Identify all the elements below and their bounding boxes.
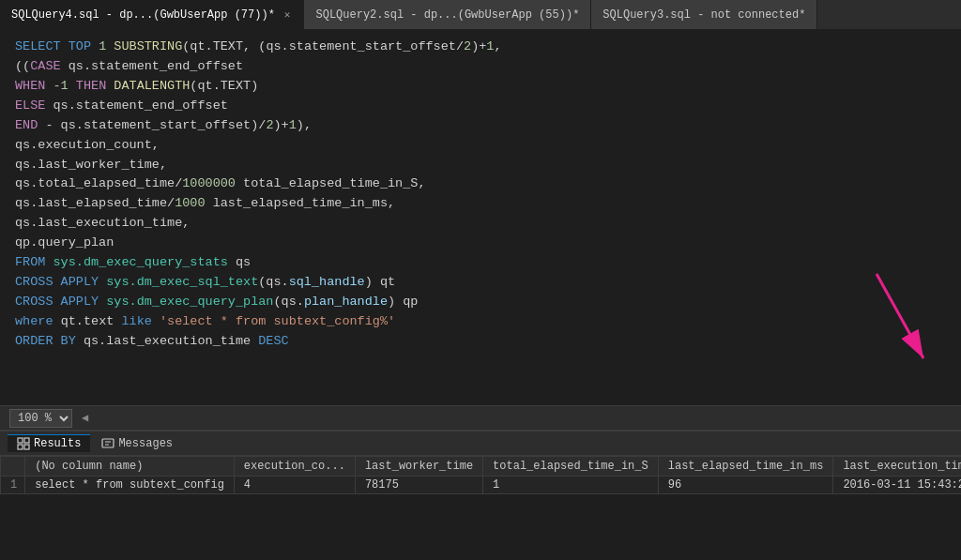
results-tab-label: Results xyxy=(34,437,81,450)
table-row: 1 select * from subtext_config 4 78175 1… xyxy=(1,477,962,494)
col-header-2: execution_co... xyxy=(234,457,355,477)
col-header-4: total_elapsed_time_in_S xyxy=(483,457,659,477)
tab-bar: SQLQuery4.sql - dp...(GwbUserApp (77))* … xyxy=(0,0,961,30)
svg-rect-5 xyxy=(24,445,29,449)
message-icon xyxy=(101,437,114,450)
col-header-1: (No column name) xyxy=(25,457,235,477)
tab-close-icon[interactable]: ✕ xyxy=(282,8,293,21)
svg-rect-3 xyxy=(24,438,29,443)
row-num-header xyxy=(1,457,25,477)
results-grid[interactable]: (No column name) execution_co... last_wo… xyxy=(0,456,961,560)
zoom-select[interactable]: 100 % 75 % 125 % 150 % xyxy=(9,409,72,428)
cell-col2: 4 xyxy=(234,477,355,494)
result-arrow xyxy=(867,265,942,377)
svg-rect-2 xyxy=(18,438,23,443)
cell-col6: 2016-03-11 15:43:20.583 xyxy=(833,477,961,494)
tab-sqlquery3[interactable]: SQLQuery3.sql - not connected* xyxy=(591,0,817,29)
tab-label: SQLQuery3.sql - not connected* xyxy=(603,8,805,22)
svg-rect-6 xyxy=(102,439,114,447)
cell-col3: 78175 xyxy=(355,477,482,494)
col-header-6: last_execution_time xyxy=(833,457,961,477)
tab-messages[interactable]: Messages xyxy=(92,435,182,452)
cell-col5: 96 xyxy=(658,477,833,494)
table-header-row: (No column name) execution_co... last_wo… xyxy=(1,457,962,477)
scroll-left-icon[interactable]: ◀ xyxy=(82,411,88,425)
col-header-3: last_worker_time xyxy=(355,457,482,477)
tab-results[interactable]: Results xyxy=(8,434,90,452)
tab-label: SQLQuery4.sql - dp...(GwbUserApp (77))* xyxy=(11,8,275,22)
tab-sqlquery4[interactable]: SQLQuery4.sql - dp...(GwbUserApp (77))* … xyxy=(0,0,304,29)
results-table: (No column name) execution_co... last_wo… xyxy=(0,456,961,494)
code-content: SELECT TOP 1 SUBSTRING(qt.TEXT, (qs.stat… xyxy=(15,38,946,352)
editor-wrapper: SELECT TOP 1 SUBSTRING(qt.TEXT, (qs.stat… xyxy=(0,30,961,405)
status-bar: 100 % 75 % 125 % 150 % ◀ xyxy=(0,405,961,430)
row-number: 1 xyxy=(1,477,25,494)
tab-sqlquery2[interactable]: SQLQuery2.sql - dp...(GwbUserApp (55))* xyxy=(304,0,591,29)
tab-label: SQLQuery2.sql - dp...(GwbUserApp (55))* xyxy=(315,8,579,22)
svg-rect-4 xyxy=(18,445,23,449)
code-editor[interactable]: SELECT TOP 1 SUBSTRING(qt.TEXT, (qs.stat… xyxy=(0,30,961,405)
messages-tab-label: Messages xyxy=(118,437,173,450)
cell-col1: select * from subtext_config xyxy=(25,477,235,494)
grid-icon xyxy=(17,437,30,450)
cell-col4: 1 xyxy=(483,477,659,494)
svg-line-1 xyxy=(877,274,923,358)
results-tab-bar: Results Messages xyxy=(0,431,961,456)
results-panel: Results Messages (No column name) execut… xyxy=(0,430,961,560)
col-header-5: last_elapsed_time_in_ms xyxy=(658,457,833,477)
